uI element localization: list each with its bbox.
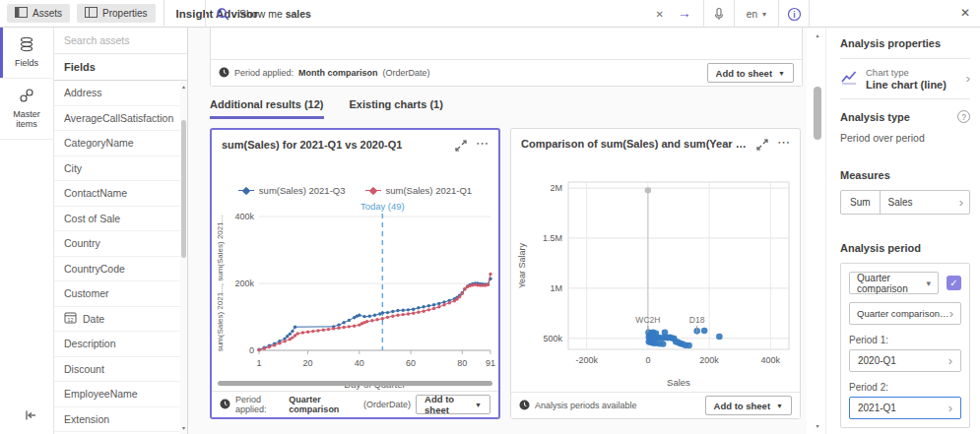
field-item[interactable]: AverageCallSatisfaction	[54, 106, 180, 132]
svg-text:Sales: Sales	[667, 377, 690, 388]
scrollbar-thumb[interactable]	[181, 120, 186, 258]
chart-type-row[interactable]: Chart type Line chart (line) ›	[840, 59, 970, 99]
tab-additional-results-[interactable]: Additional results (12)	[210, 98, 324, 119]
panel-header: Analysis properties	[840, 37, 970, 49]
field-item[interactable]: Customer	[54, 281, 180, 307]
fields-section-header: Fields	[54, 54, 187, 81]
clear-search-icon[interactable]: ✕	[643, 0, 675, 28]
language-value: en	[747, 9, 757, 20]
field-item[interactable]: 12Date	[54, 307, 180, 333]
expand-icon[interactable]	[755, 138, 769, 155]
insight-advisor-window: Assets Properties Insight Advisor Show m…	[0, 0, 980, 434]
field-item[interactable]: ContactName	[54, 181, 180, 207]
language-dropdown[interactable]: en ▾	[735, 9, 778, 20]
chart-type-label: Chart type	[866, 67, 958, 78]
previous-result-card[interactable]: Period applied: Month comparison (OrderD…	[210, 28, 803, 87]
period-field-button[interactable]: Quarter comparison (OrderD... ›	[849, 302, 961, 325]
line-chart-icon	[840, 68, 858, 90]
scroll-down-icon[interactable]: ▾	[811, 422, 824, 430]
add-to-sheet-button[interactable]: Add to sheet▼	[416, 395, 490, 414]
search-input[interactable]: Show me sales	[239, 8, 643, 20]
svg-text:200k: 200k	[699, 355, 719, 365]
scroll-up-icon[interactable]: ▴	[811, 31, 824, 39]
sidebar-item-master-items[interactable]: Master items	[0, 79, 53, 140]
caret-down-icon: ▼	[778, 70, 785, 77]
analysis-period-box: Quarter comparison ▾ ✓ Quarter compariso…	[840, 263, 970, 428]
legend-item: sum(Sales) 2021-Q3	[238, 185, 346, 196]
analysis-type-value: Period over period	[840, 132, 970, 144]
period-applied-text: Period applied:	[235, 395, 284, 414]
submit-search-icon[interactable]: →	[676, 0, 703, 28]
period-applied-text: Period applied:	[234, 68, 294, 78]
result-card-scatter[interactable]: Comparison of sum(Sales) and sum(Year Sa…	[510, 128, 801, 419]
collapse-panel-icon[interactable]	[24, 408, 37, 426]
scroll-up-icon[interactable]: ▴	[180, 83, 187, 91]
analysis-properties-panel: Analysis properties Chart type Line char…	[825, 28, 980, 434]
measure-row[interactable]: Sum Sales ›	[840, 190, 970, 215]
scroll-down-icon[interactable]: ▾	[180, 424, 187, 432]
tab-existing-charts-[interactable]: Existing charts (1)	[350, 98, 443, 119]
analysis-periods-text: Analysis periods available	[535, 401, 637, 410]
measure-aggregation: Sum	[841, 191, 881, 214]
add-to-sheet-button[interactable]: Add to sheet▼	[707, 63, 794, 83]
chart-legend: sum(Sales) 2021-Q3sum(Sales) 2021-Q1	[212, 185, 498, 196]
calendar-icon: 12	[64, 311, 77, 326]
add-to-sheet-button[interactable]: Add to sheet▼	[705, 396, 792, 415]
svg-text:1.5M: 1.5M	[543, 233, 562, 243]
scrollbar-thumb[interactable]	[814, 87, 821, 140]
scatter-chart[interactable]: 500k1M1.5M2M-200k0200k400kWC2HD18Year Sa…	[513, 168, 800, 397]
field-item[interactable]: EmployeeName	[54, 382, 180, 407]
field-item[interactable]: Address	[54, 81, 180, 106]
field-item[interactable]: Discount	[54, 357, 180, 383]
assets-scrollbar[interactable]: ▴ ▾	[180, 81, 187, 434]
left-rail: Fields Master items	[0, 28, 54, 434]
card-footer: Period applied: Month comparison (OrderD…	[211, 59, 802, 86]
properties-toggle-button[interactable]: Properties	[77, 4, 156, 23]
field-item[interactable]: CountryCode	[54, 257, 180, 282]
svg-text:Year Salary: Year Salary	[517, 242, 527, 288]
field-item[interactable]: CategoryName	[54, 131, 180, 156]
main-scrollbar[interactable]: ▴ ▾	[811, 28, 824, 434]
period2-value: 2021-Q1	[858, 403, 896, 413]
measures-header: Measures	[840, 169, 970, 181]
period-comparison-dropdown[interactable]: Quarter comparison ▾	[849, 272, 939, 294]
chevron-right-icon: ›	[949, 309, 953, 319]
field-item[interactable]: City	[54, 156, 180, 182]
field-item[interactable]: Extension	[54, 407, 180, 433]
svg-text:WC2H: WC2H	[635, 315, 660, 325]
field-item[interactable]: Cost of Sale	[54, 207, 180, 232]
search-assets-input[interactable]	[54, 28, 187, 54]
assets-toggle-button[interactable]: Assets	[7, 4, 70, 23]
info-icon[interactable]: i	[779, 0, 809, 28]
period-checkbox[interactable]: ✓	[947, 276, 961, 290]
period-field-label: Quarter comparison (OrderD...	[857, 308, 949, 319]
field-item[interactable]: Country	[54, 231, 180, 257]
results-tabs: Additional results (12)Existing charts (…	[210, 98, 443, 119]
period2-button[interactable]: 2021-Q1 ›	[849, 397, 961, 419]
fields-list: AddressAverageCallSatisfactionCategoryNa…	[54, 81, 180, 434]
properties-toggle-label: Properties	[102, 8, 148, 19]
expand-icon[interactable]	[454, 139, 468, 156]
line-chart[interactable]: 0200k400k12040608091Today (49)sum(Sales)…	[214, 201, 498, 400]
measure-field: Sales	[881, 197, 959, 208]
period-applied-field: (OrderDate)	[363, 400, 411, 409]
microphone-icon[interactable]	[704, 0, 734, 28]
svg-text:2M: 2M	[550, 183, 562, 193]
more-options-icon[interactable]: ⋯	[474, 139, 490, 149]
period1-button[interactable]: 2020-Q1 ›	[849, 349, 961, 372]
horizontal-scrollbar[interactable]	[218, 381, 492, 386]
chart-title: sum(Sales) for 2021-Q1 vs 2020-Q1	[222, 139, 448, 151]
help-icon[interactable]: ?	[957, 110, 970, 123]
period2-label: Period 2:	[849, 382, 961, 393]
chevron-right-icon: ›	[948, 403, 952, 413]
close-icon[interactable]: ✕	[960, 6, 970, 20]
more-options-icon[interactable]: ⋯	[775, 138, 792, 148]
period1-label: Period 1:	[849, 335, 961, 345]
clock-icon	[519, 400, 530, 412]
svg-text:0: 0	[645, 355, 650, 365]
assets-toggle-label: Assets	[33, 8, 62, 19]
sidebar-item-fields[interactable]: Fields	[0, 28, 53, 79]
field-item[interactable]: Description	[54, 332, 180, 357]
chart-title: Comparison of sum(Sales) and sum(Year Sa…	[521, 138, 750, 150]
result-card-line-chart[interactable]: sum(Sales) for 2021-Q1 vs 2020-Q1 ⋯ sum(…	[210, 128, 500, 419]
